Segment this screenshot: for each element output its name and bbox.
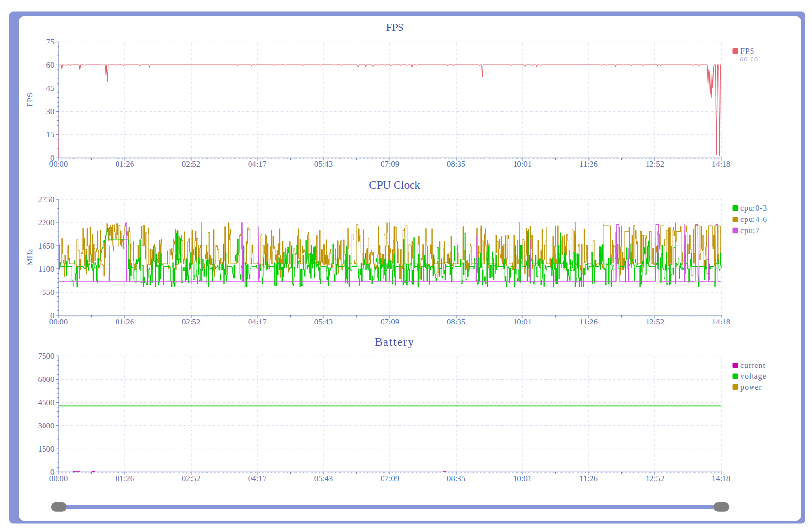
svg-text:14:18: 14:18 [712,474,731,483]
svg-text:12:52: 12:52 [646,317,664,326]
svg-text:02:52: 02:52 [182,160,201,169]
svg-text:current: current [740,361,766,369]
svg-text:1650: 1650 [38,241,55,250]
svg-text:07:09: 07:09 [381,160,399,169]
svg-text:08:35: 08:35 [447,474,466,483]
svg-text:00:00: 00:00 [49,317,68,326]
svg-text:cpu:0-3: cpu:0-3 [740,204,767,213]
svg-text:05:43: 05:43 [314,317,333,326]
svg-text:10:01: 10:01 [513,160,532,169]
svg-text:07:09: 07:09 [381,474,399,483]
svg-text:CPU Clock: CPU Clock [369,178,420,191]
svg-text:power: power [740,383,762,392]
svg-text:75: 75 [46,37,55,46]
svg-text:1500: 1500 [38,444,55,454]
svg-text:45: 45 [46,84,55,93]
svg-text:15: 15 [46,130,55,139]
svg-text:01:26: 01:26 [116,160,134,169]
svg-text:01:26: 01:26 [116,474,134,483]
svg-text:08:35: 08:35 [447,317,466,326]
svg-text:10:01: 10:01 [513,317,532,326]
svg-text:14:18: 14:18 [712,317,731,326]
svg-text:12:52: 12:52 [646,474,664,483]
svg-text:07:09: 07:09 [381,317,399,326]
svg-text:FPS: FPS [386,21,403,33]
svg-text:6000: 6000 [38,375,55,384]
svg-text:voltage: voltage [740,372,766,381]
svg-text:05:43: 05:43 [314,474,333,483]
svg-text:10:01: 10:01 [513,474,532,483]
svg-text:2200: 2200 [38,218,55,227]
svg-text:11:26: 11:26 [579,474,598,483]
svg-text:Battery: Battery [375,336,414,348]
svg-text:02:52: 02:52 [182,317,201,326]
svg-text:04:17: 04:17 [248,474,267,483]
svg-text:04:17: 04:17 [248,317,267,326]
svg-text:550: 550 [42,288,55,297]
svg-text:04:17: 04:17 [248,160,267,169]
svg-text:FPS: FPS [740,47,754,55]
svg-text:MHz: MHz [25,249,34,265]
svg-text:4500: 4500 [38,398,55,407]
svg-text:00:00: 00:00 [49,160,68,169]
svg-text:1100: 1100 [38,264,54,274]
svg-text:cpu:7: cpu:7 [740,226,760,235]
svg-text:01:26: 01:26 [116,317,134,326]
svg-text:60.00: 60.00 [740,56,758,63]
svg-text:FPS: FPS [25,93,34,107]
svg-text:60: 60 [46,60,55,70]
svg-text:11:26: 11:26 [579,160,598,169]
svg-text:2750: 2750 [38,195,55,204]
svg-text:14:18: 14:18 [712,160,731,169]
svg-text:08:35: 08:35 [447,160,466,169]
svg-text:3000: 3000 [38,421,55,430]
svg-text:11:26: 11:26 [579,317,598,326]
svg-text:12:52: 12:52 [646,160,664,169]
svg-text:7500: 7500 [38,352,55,361]
svg-text:05:43: 05:43 [314,160,333,169]
svg-text:02:52: 02:52 [182,474,201,483]
svg-text:00:00: 00:00 [49,474,68,483]
svg-text:30: 30 [46,107,55,116]
svg-text:cpu:4-6: cpu:4-6 [740,215,767,224]
